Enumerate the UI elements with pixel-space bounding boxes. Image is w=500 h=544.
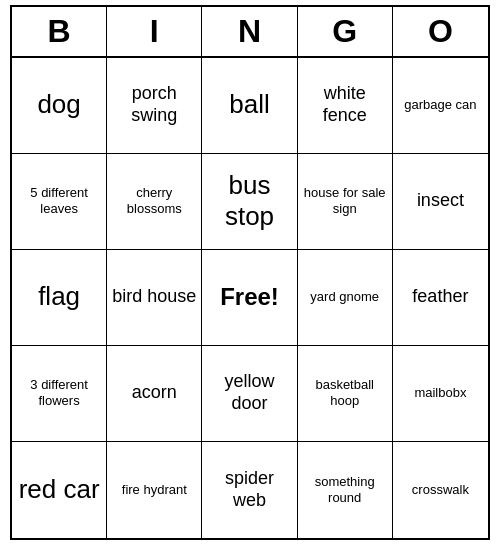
header-letter-N: N — [202, 7, 297, 56]
cell-text-6: cherry blossoms — [111, 185, 197, 216]
cell-text-23: something round — [302, 474, 388, 505]
bingo-cell-22[interactable]: spider web — [202, 442, 297, 538]
bingo-cell-21[interactable]: fire hydrant — [107, 442, 202, 538]
bingo-cell-15[interactable]: 3 different flowers — [12, 346, 107, 442]
bingo-cell-18[interactable]: basketball hoop — [298, 346, 393, 442]
bingo-cell-20[interactable]: red car — [12, 442, 107, 538]
cell-text-9: insect — [417, 190, 464, 212]
cell-text-21: fire hydrant — [122, 482, 187, 498]
cell-text-5: 5 different leaves — [16, 185, 102, 216]
header-letter-B: B — [12, 7, 107, 56]
bingo-cell-2[interactable]: ball — [202, 58, 297, 154]
cell-text-19: mailbobx — [414, 385, 466, 401]
cell-text-14: feather — [412, 286, 468, 308]
cell-text-10: flag — [38, 281, 80, 312]
header-letter-G: G — [298, 7, 393, 56]
header-letter-I: I — [107, 7, 202, 56]
bingo-cell-24[interactable]: crosswalk — [393, 442, 488, 538]
bingo-cell-23[interactable]: something round — [298, 442, 393, 538]
cell-text-24: crosswalk — [412, 482, 469, 498]
bingo-cell-11[interactable]: bird house — [107, 250, 202, 346]
header-letter-O: O — [393, 7, 488, 56]
cell-text-22: spider web — [206, 468, 292, 511]
bingo-cell-4[interactable]: garbage can — [393, 58, 488, 154]
bingo-cell-5[interactable]: 5 different leaves — [12, 154, 107, 250]
bingo-cell-3[interactable]: white fence — [298, 58, 393, 154]
cell-text-3: white fence — [302, 83, 388, 126]
bingo-cell-6[interactable]: cherry blossoms — [107, 154, 202, 250]
bingo-cell-8[interactable]: house for sale sign — [298, 154, 393, 250]
cell-text-0: dog — [37, 89, 80, 120]
bingo-cell-9[interactable]: insect — [393, 154, 488, 250]
cell-text-15: 3 different flowers — [16, 377, 102, 408]
bingo-cell-17[interactable]: yellow door — [202, 346, 297, 442]
bingo-cell-14[interactable]: feather — [393, 250, 488, 346]
cell-text-20: red car — [19, 474, 100, 505]
cell-text-8: house for sale sign — [302, 185, 388, 216]
cell-text-1: porch swing — [111, 83, 197, 126]
bingo-cell-0[interactable]: dog — [12, 58, 107, 154]
cell-text-11: bird house — [112, 286, 196, 308]
bingo-cell-7[interactable]: bus stop — [202, 154, 297, 250]
cell-text-16: acorn — [132, 382, 177, 404]
bingo-cell-19[interactable]: mailbobx — [393, 346, 488, 442]
cell-text-7: bus stop — [206, 170, 292, 232]
cell-text-17: yellow door — [206, 371, 292, 414]
cell-text-4: garbage can — [404, 97, 476, 113]
bingo-cell-13[interactable]: yard gnome — [298, 250, 393, 346]
cell-text-13: yard gnome — [310, 289, 379, 305]
bingo-card: BINGO dogporch swingballwhite fencegarba… — [10, 5, 490, 540]
bingo-cell-16[interactable]: acorn — [107, 346, 202, 442]
cell-text-12: Free! — [220, 283, 279, 312]
bingo-cell-12[interactable]: Free! — [202, 250, 297, 346]
cell-text-2: ball — [229, 89, 269, 120]
bingo-cell-1[interactable]: porch swing — [107, 58, 202, 154]
bingo-header: BINGO — [12, 7, 488, 58]
bingo-cell-10[interactable]: flag — [12, 250, 107, 346]
bingo-grid: dogporch swingballwhite fencegarbage can… — [12, 58, 488, 538]
cell-text-18: basketball hoop — [302, 377, 388, 408]
